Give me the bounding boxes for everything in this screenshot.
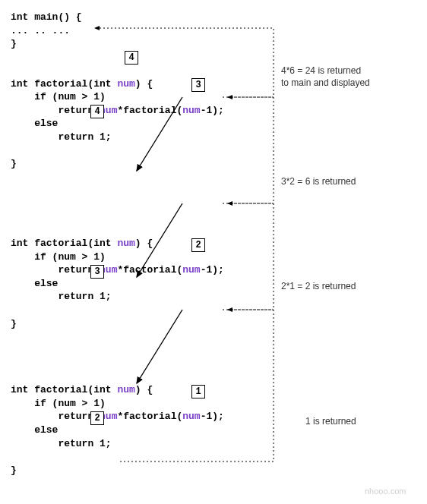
value-box: 2 — [90, 411, 104, 425]
param-num: num — [117, 78, 134, 90]
value-box: 4 — [90, 105, 104, 118]
main-code: int main() { ... .. ... } — [11, 11, 82, 49]
param-num: num — [182, 264, 200, 276]
code-text: ) { — [135, 384, 153, 395]
code-text: int factorial(int — [11, 384, 117, 395]
code-text: } — [11, 465, 17, 476]
code-text: return — [11, 264, 100, 276]
code-text: return 1; — [11, 438, 112, 449]
return-annotation: 2*1 = 2 is returned — [281, 281, 356, 293]
code-text: else — [11, 278, 58, 289]
code-text: ) { — [135, 78, 153, 90]
return-annotation: 1 is returned — [305, 416, 356, 428]
code-text: } — [11, 318, 17, 329]
code-text: -1); — [201, 264, 224, 276]
code-text: else — [11, 118, 58, 129]
param-num: num — [182, 411, 200, 422]
value-box: 4 — [125, 51, 138, 65]
value-box: 2 — [191, 238, 205, 252]
code-text: *factorial( — [117, 264, 182, 276]
code-text: } — [11, 158, 17, 169]
code-text: *factorial( — [117, 411, 182, 422]
factorial-block-2: int factorial(int num) { if (num > 1) re… — [11, 370, 416, 503]
code-text: -1); — [201, 105, 224, 116]
code-text: ) { — [135, 238, 153, 249]
param-num: num — [117, 384, 134, 395]
code-text: if (num > 1) — [11, 398, 106, 409]
value-box: 1 — [191, 385, 205, 398]
value-box: 3 — [90, 265, 104, 279]
code-text: int factorial(int — [11, 238, 117, 249]
main-block: int main() { ... .. ... } — [11, 11, 416, 51]
code-text: -1); — [201, 411, 224, 422]
code-text: return — [11, 105, 100, 116]
code-text: return 1; — [11, 291, 112, 302]
code-text: return — [11, 411, 100, 422]
value-box: 3 — [191, 78, 205, 92]
code-text: if (num > 1) — [11, 251, 106, 263]
watermark: nhooo.com — [365, 486, 406, 497]
param-num: num — [182, 105, 200, 116]
code-text: if (num > 1) — [11, 91, 106, 102]
param-num: num — [117, 238, 134, 249]
code-text: return 1; — [11, 131, 112, 143]
code-text: else — [11, 424, 58, 436]
code-text: *factorial( — [117, 105, 182, 116]
return-annotation: 4*6 = 24 is returned to main and display… — [281, 65, 370, 89]
return-annotation: 3*2 = 6 is returned — [281, 176, 356, 188]
code-text: int factorial(int — [11, 78, 117, 90]
